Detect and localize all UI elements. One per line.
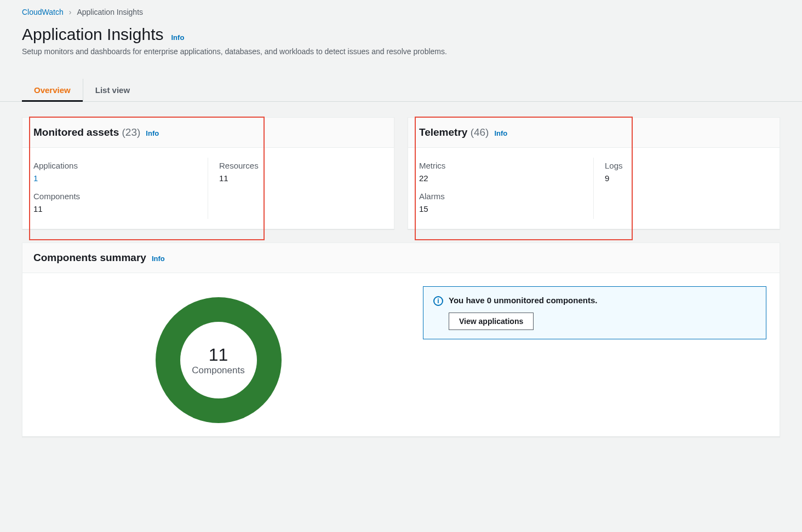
components-summary-card: Components summary Info 11 Components i … xyxy=(22,242,780,437)
view-applications-button[interactable]: View applications xyxy=(449,313,534,330)
monitored-assets-info-link[interactable]: Info xyxy=(146,129,159,137)
breadcrumb-root[interactable]: CloudWatch xyxy=(22,8,64,16)
stat-metrics: Metrics 22 xyxy=(419,158,594,188)
page-title: Application Insights xyxy=(22,25,164,44)
stat-metrics-value: 22 xyxy=(419,174,582,183)
stat-applications-value[interactable]: 1 xyxy=(33,174,197,183)
page-subtitle: Setup monitors and dashboards for enterp… xyxy=(22,47,780,56)
stat-empty-2 xyxy=(594,188,769,219)
stat-alarms-value: 15 xyxy=(419,204,582,213)
donut-label: Components xyxy=(192,365,244,376)
page-header: Application Insights Info Setup monitors… xyxy=(0,22,802,63)
info-panel-message: You have 0 unmonitored components. xyxy=(449,296,597,305)
monitored-assets-title: Monitored assets (23) xyxy=(33,126,140,138)
stat-components-value: 11 xyxy=(33,204,197,213)
monitored-assets-count: (23) xyxy=(122,126,141,138)
stat-components: Components 11 xyxy=(33,188,208,219)
telemetry-count: (46) xyxy=(471,126,489,138)
stat-empty xyxy=(208,188,383,219)
stat-resources-value: 11 xyxy=(219,174,383,183)
components-summary-info-link[interactable]: Info xyxy=(152,255,165,263)
stat-resources: Resources 11 xyxy=(208,158,383,188)
breadcrumb-current: Application Insights xyxy=(77,8,143,16)
stat-logs-value: 9 xyxy=(605,174,769,183)
breadcrumb: CloudWatch › Application Insights xyxy=(0,0,802,22)
stat-applications: Applications 1 xyxy=(33,158,208,188)
donut-chart: 11 Components xyxy=(36,286,401,423)
tab-overview[interactable]: Overview xyxy=(22,79,83,101)
tab-list-view[interactable]: List view xyxy=(83,79,142,101)
stat-components-label: Components xyxy=(33,192,197,201)
stat-resources-label: Resources xyxy=(219,161,383,170)
info-panel: i You have 0 unmonitored components. Vie… xyxy=(423,286,766,339)
tabs: Overview List view xyxy=(0,79,802,102)
chevron-right-icon: › xyxy=(69,8,72,16)
telemetry-info-link[interactable]: Info xyxy=(494,129,507,137)
stat-logs-label: Logs xyxy=(605,161,769,170)
telemetry-card: Telemetry (46) Info Metrics 22 Logs 9 xyxy=(408,117,780,229)
stat-logs: Logs 9 xyxy=(594,158,769,188)
stat-metrics-label: Metrics xyxy=(419,161,582,170)
monitored-assets-card: Monitored assets (23) Info Applications … xyxy=(22,117,394,229)
stat-applications-label: Applications xyxy=(33,161,197,170)
stat-alarms-label: Alarms xyxy=(419,192,582,201)
info-icon: i xyxy=(433,296,443,306)
components-summary-title: Components summary xyxy=(33,252,146,264)
header-info-link[interactable]: Info xyxy=(171,33,185,42)
telemetry-title: Telemetry (46) xyxy=(419,126,489,138)
donut-number: 11 xyxy=(209,345,228,365)
stat-alarms: Alarms 15 xyxy=(419,188,594,219)
monitored-assets-title-text: Monitored assets xyxy=(33,126,119,138)
telemetry-title-text: Telemetry xyxy=(419,126,467,138)
